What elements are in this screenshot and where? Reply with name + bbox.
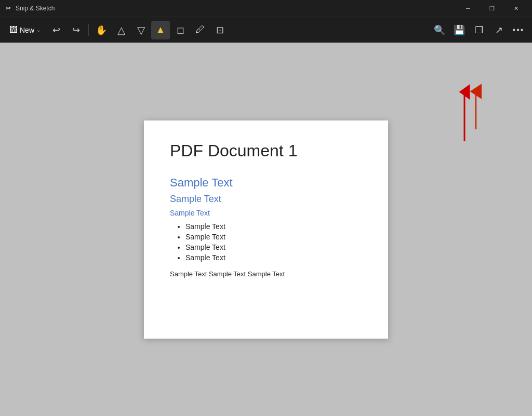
redo-icon: ↪ xyxy=(72,24,80,36)
window-controls: ─ ❐ ✕ xyxy=(456,0,528,17)
list-item: Sample Text xyxy=(185,233,362,241)
close-button[interactable]: ✕ xyxy=(504,0,528,17)
new-icon: 🖼 xyxy=(9,25,18,35)
save-icon: 💾 xyxy=(454,24,465,36)
doc-heading-2: Sample Text xyxy=(170,194,362,205)
share-button[interactable]: ↗ xyxy=(489,21,508,39)
title-bar: ✂ Snip & Sketch ─ ❐ ✕ xyxy=(0,0,532,17)
toolbar-divider-1 xyxy=(88,24,89,36)
touch-writing-icon: ✋ xyxy=(96,24,107,36)
undo-button[interactable]: ↩ xyxy=(47,21,65,39)
doc-list: Sample Text Sample Text Sample Text Samp… xyxy=(185,222,362,262)
copy-icon: ❐ xyxy=(475,24,483,36)
arrow-annotation xyxy=(449,84,480,149)
crop-button[interactable]: ⊡ xyxy=(210,21,229,39)
list-item: Sample Text xyxy=(185,253,362,262)
eraser-button[interactable]: ◻ xyxy=(171,21,190,39)
list-item: Sample Text xyxy=(185,222,362,231)
more-options-button[interactable]: ••• xyxy=(509,21,528,39)
pen-button[interactable]: 🖊 xyxy=(191,21,209,39)
crop-icon: ⊡ xyxy=(216,24,224,36)
pen-icon: 🖊 xyxy=(195,24,205,35)
toolbar-left: 🖼 New ⌄ ↩ ↪ ✋ △ ▽ ▲ ◻ xyxy=(4,21,229,39)
zoom-button[interactable]: 🔍 xyxy=(430,21,449,39)
canvas-area: PDF Document 1 Sample Text Sample Text S… xyxy=(0,43,532,416)
copy-button[interactable]: ❐ xyxy=(470,21,488,39)
eraser-icon: ◻ xyxy=(177,24,184,36)
new-button[interactable]: 🖼 New ⌄ xyxy=(4,21,46,39)
doc-title: PDF Document 1 xyxy=(170,141,362,160)
toolbar: 🖼 New ⌄ ↩ ↪ ✋ △ ▽ ▲ ◻ xyxy=(0,17,532,43)
restore-button[interactable]: ❐ xyxy=(480,0,504,17)
share-icon: ↗ xyxy=(495,24,503,36)
document: PDF Document 1 Sample Text Sample Text S… xyxy=(144,120,388,339)
list-item: Sample Text xyxy=(185,243,362,251)
pencil-button[interactable]: ▽ xyxy=(131,21,150,39)
minimize-button[interactable]: ─ xyxy=(456,0,480,17)
zoom-icon: 🔍 xyxy=(434,24,445,36)
save-button[interactable]: 💾 xyxy=(450,21,469,39)
chevron-down-icon: ⌄ xyxy=(36,27,41,33)
new-label: New xyxy=(20,26,34,34)
doc-heading-1: Sample Text xyxy=(170,176,362,190)
undo-icon: ↩ xyxy=(52,24,60,36)
doc-paragraph: Sample Text Sample Text Sample Text xyxy=(170,270,362,278)
pencil-icon: ▽ xyxy=(137,24,145,36)
highlighter-yellow-icon: ▲ xyxy=(155,24,166,36)
arrow-svg xyxy=(449,84,480,146)
app-icon: ✂ xyxy=(4,4,12,12)
red-arrow-overlay xyxy=(471,85,481,132)
ballpoint-pen-button[interactable]: △ xyxy=(112,21,130,39)
more-options-icon: ••• xyxy=(513,25,525,35)
ballpoint-pen-icon: △ xyxy=(117,24,125,36)
toolbar-right: 🔍 💾 ❐ ↗ ••• xyxy=(430,21,528,39)
redo-button[interactable]: ↪ xyxy=(66,21,85,39)
app-title: Snip & Sketch xyxy=(16,5,456,12)
doc-heading-3: Sample Text xyxy=(170,209,362,217)
highlighter-yellow-button[interactable]: ▲ xyxy=(151,21,170,39)
touch-writing-button[interactable]: ✋ xyxy=(92,21,111,39)
